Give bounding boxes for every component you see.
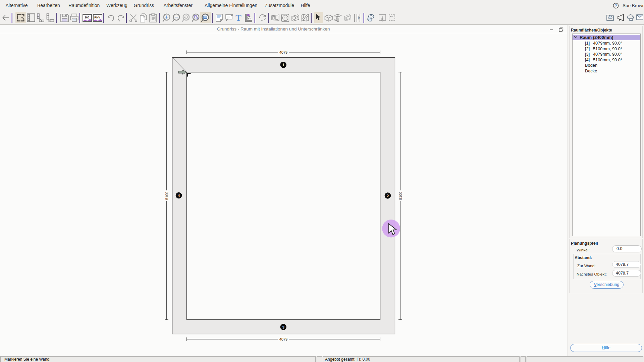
svg-text:2: 2 — [387, 194, 389, 198]
svg-text:4: 4 — [178, 194, 180, 198]
svg-text:4079: 4079 — [279, 51, 287, 55]
svg-text:?: ? — [614, 4, 617, 8]
svg-text:3: 3 — [282, 325, 284, 329]
svg-text:4079: 4079 — [279, 338, 287, 342]
svg-text:1: 1 — [282, 63, 284, 67]
svg-text:5100: 5100 — [399, 192, 403, 200]
svg-text:5100: 5100 — [165, 192, 169, 200]
